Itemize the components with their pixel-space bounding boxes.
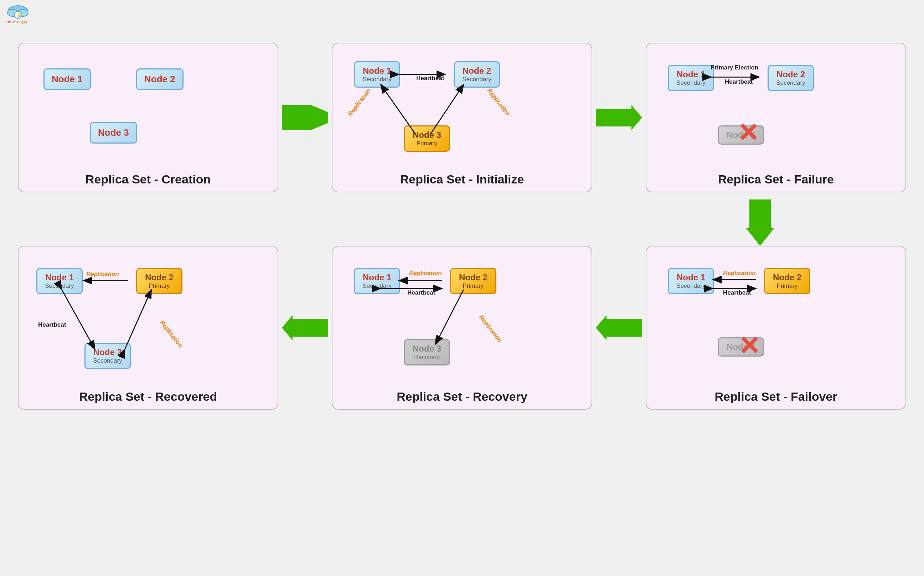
replication-label-init-left: Replication bbox=[347, 87, 372, 118]
svg-line-23 bbox=[62, 290, 95, 349]
node-2-fo-title: Node 2 bbox=[772, 272, 803, 283]
node-1-rec-sub: Secondary bbox=[44, 283, 75, 290]
svg-marker-31 bbox=[596, 315, 642, 340]
node-2-ry-sub: Primary bbox=[458, 283, 489, 290]
node-2-recovery: Node 2 Primary bbox=[450, 268, 496, 294]
replication-label-init-right: Replication bbox=[486, 87, 511, 118]
node-2-fo-sub: Primary bbox=[772, 283, 803, 290]
diagram-failover: Node 1 Secondary Node 2 Primary Node 3 ✕ bbox=[646, 246, 906, 410]
election-label-fail: Primary Election bbox=[711, 64, 758, 71]
diagram-recovered: Node 1 Secondary Node 2 Primary Node 3 S… bbox=[18, 246, 278, 410]
node-2-fail: Node 2 Secondary bbox=[767, 65, 814, 91]
node-1-ry-title: Node 1 bbox=[361, 272, 393, 283]
node-1-init: Node 1 Secondary bbox=[354, 61, 400, 88]
x-mark-fo: ✕ bbox=[738, 333, 760, 359]
node-3-init: Node 3 Primary bbox=[404, 125, 450, 152]
node-2-failover: Node 2 Primary bbox=[764, 268, 810, 294]
node-3-recovered: Node 3 Secondary bbox=[85, 343, 131, 369]
logo: 💡 Cloud Bugga bbox=[3, 3, 32, 25]
node-3: Node 3 bbox=[90, 122, 137, 144]
node-2-ry-title: Node 2 bbox=[458, 272, 489, 283]
node-2-title: Node 2 bbox=[144, 74, 175, 85]
node-2-init: Node 2 Secondary bbox=[454, 61, 500, 88]
arrow-right-2-3 bbox=[596, 105, 642, 130]
node-1-fail-title: Node 1 bbox=[675, 69, 707, 80]
svg-marker-8 bbox=[317, 109, 328, 126]
arrow-down-3 bbox=[742, 200, 778, 246]
replication-label-ry-right: Replication bbox=[477, 314, 503, 344]
svg-text:Bugga: Bugga bbox=[17, 20, 27, 24]
diagram-recovery: Node 1 Secondary Node 2 Primary Node 3 R… bbox=[332, 246, 592, 410]
node-3-init-sub: Primary bbox=[411, 140, 443, 147]
arrow-left-recovery-recovered bbox=[282, 315, 328, 340]
node-1-init-title: Node 1 bbox=[361, 66, 393, 76]
svg-marker-15 bbox=[596, 105, 642, 130]
node-2-recovered: Node 2 Primary bbox=[136, 268, 183, 294]
node-1-recovered: Node 1 Secondary bbox=[36, 268, 83, 294]
diagram-failover-title: Replica Set - Failover bbox=[646, 390, 905, 403]
node-1-ry-sub: Secondary bbox=[361, 283, 393, 290]
svg-marker-19 bbox=[746, 200, 774, 246]
node-3-recovery: Node 3 Recovery bbox=[404, 339, 450, 365]
node-2-rec-title: Node 2 bbox=[144, 272, 175, 283]
diagram-recovered-title: Replica Set - Recovered bbox=[19, 390, 278, 403]
heartbeat-label-fail: Heartbeat bbox=[725, 78, 753, 85]
node-3-ry-sub: Recovery bbox=[411, 354, 443, 361]
heartbeat-label-ry: Heartbeat bbox=[407, 289, 435, 296]
node-2-fail-sub: Secondary bbox=[775, 80, 806, 86]
node-2-init-title: Node 2 bbox=[461, 66, 492, 76]
diagram-creation: Node 1 Node 2 Node 3 Replica Set - Creat… bbox=[18, 43, 278, 192]
node-1-fo-title: Node 1 bbox=[675, 272, 707, 283]
node-3-rec-sub: Secondary bbox=[92, 357, 123, 365]
node-3-init-title: Node 3 bbox=[411, 130, 443, 140]
diagram-failure: Node 1 Secondary Node 2 Secondary Node 3… bbox=[646, 43, 906, 192]
node-1-fo-sub: Secondary bbox=[675, 283, 707, 290]
node-2-init-sub: Secondary bbox=[461, 76, 492, 83]
heartbeat-label-rec: Heartbeat bbox=[38, 321, 66, 328]
replication-label-fo: Replication bbox=[723, 270, 756, 277]
node-2-rec-sub: Primary bbox=[144, 283, 175, 290]
node-2-fail-title: Node 2 bbox=[775, 69, 806, 80]
svg-line-30 bbox=[436, 290, 464, 344]
node-1-title: Node 1 bbox=[52, 74, 83, 85]
heartbeat-label-init: Heartbeat bbox=[416, 75, 444, 82]
heartbeat-label-fo: Heartbeat bbox=[723, 289, 751, 296]
svg-text:Cloud: Cloud bbox=[6, 20, 16, 24]
diagram-recovery-title: Replica Set - Recovery bbox=[333, 390, 591, 403]
diagram-initialize: Node 1 Secondary Node 2 Secondary Node 3… bbox=[332, 43, 592, 192]
x-mark-fail: ✕ bbox=[737, 120, 759, 146]
svg-line-24 bbox=[125, 290, 151, 349]
node-3-ry-title: Node 3 bbox=[411, 344, 443, 354]
node-1-recovery: Node 1 Secondary bbox=[354, 268, 400, 294]
arrow-right-1-2 bbox=[282, 105, 328, 130]
svg-text:💡: 💡 bbox=[16, 12, 22, 18]
node-1-init-sub: Secondary bbox=[361, 76, 393, 83]
replication-label-rec-top: Replication bbox=[86, 271, 119, 278]
svg-marker-25 bbox=[282, 315, 328, 340]
node-1-failover: Node 1 Secondary bbox=[668, 268, 714, 294]
arrow-left-failover-recovery bbox=[596, 315, 642, 340]
diagram-creation-title: Replica Set - Creation bbox=[19, 173, 278, 186]
node-3-rec-title: Node 3 bbox=[92, 347, 123, 357]
replication-label-ry-top: Replication bbox=[409, 270, 442, 277]
node-2: Node 2 bbox=[136, 69, 184, 90]
diagram-initialize-title: Replica Set - Initialize bbox=[333, 173, 591, 186]
diagram-failure-title: Replica Set - Failure bbox=[646, 173, 905, 186]
node-3-title: Node 3 bbox=[98, 127, 129, 138]
node-1-fail-sub: Secondary bbox=[675, 80, 707, 86]
node-1-rec-title: Node 1 bbox=[44, 272, 75, 283]
replication-label-rec-right: Replication bbox=[158, 319, 184, 349]
node-1-fail: Node 1 Secondary bbox=[668, 65, 714, 91]
node-1: Node 1 bbox=[43, 69, 91, 90]
